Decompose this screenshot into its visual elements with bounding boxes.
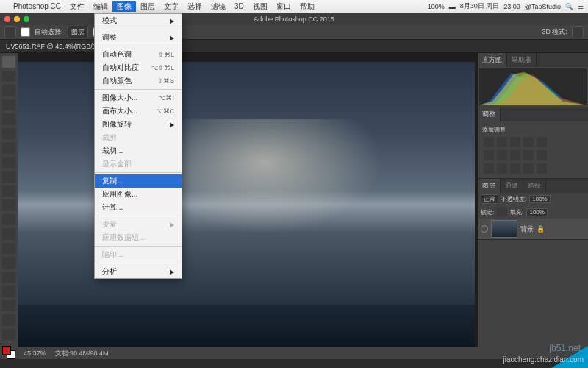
time-status: 23:09 — [503, 3, 520, 10]
menu-item-模式[interactable]: 模式▶ — [95, 14, 182, 27]
color-swatch[interactable] — [2, 346, 15, 359]
lock-pixels-icon[interactable] — [497, 207, 507, 217]
menu-item-画布大小...[interactable]: 画布大小...⌥⌘C — [95, 105, 182, 118]
menu-help[interactable]: 帮助 — [295, 1, 319, 12]
wand-tool[interactable] — [2, 99, 15, 111]
menu-item-分析[interactable]: 分析▶ — [95, 265, 182, 278]
menu-item-自动色调[interactable]: 自动色调⇧⌘L — [95, 48, 182, 61]
menu-item-陷印...: 陷印... — [95, 248, 182, 261]
adj-threshold-icon[interactable] — [510, 163, 520, 174]
document-canvas[interactable] — [18, 62, 475, 347]
auto-select-checkbox[interactable] — [21, 27, 30, 37]
lasso-tool[interactable] — [2, 85, 15, 96]
close-icon[interactable] — [4, 16, 10, 22]
menu-item-自动对比度[interactable]: 自动对比度⌥⇧⌘L — [95, 61, 182, 74]
adj-levels-icon[interactable] — [497, 137, 507, 147]
adj-exposure-icon[interactable] — [523, 137, 534, 147]
eraser-tool[interactable] — [2, 199, 15, 211]
layer-thumbnail[interactable] — [491, 220, 517, 238]
tab-histogram[interactable]: 直方图 — [478, 53, 507, 67]
shape-tool[interactable] — [2, 300, 15, 312]
home-icon[interactable] — [4, 26, 16, 38]
user-status: @TaoStudio — [525, 3, 561, 10]
adj-vibrance-icon[interactable] — [537, 137, 547, 147]
tab-layers[interactable]: 图层 — [478, 179, 501, 193]
menu-item-图像旋转[interactable]: 图像旋转▶ — [95, 118, 182, 131]
crop-tool[interactable] — [2, 113, 15, 125]
menu-item-计算...[interactable]: 计算... — [95, 201, 182, 214]
fill-label: 填充: — [510, 208, 523, 216]
adjustments-title: 添加调整 — [481, 124, 585, 135]
eyedropper-tool[interactable] — [2, 128, 15, 140]
gradient-tool[interactable] — [2, 214, 15, 226]
menu-view[interactable]: 视图 — [248, 1, 272, 12]
tab-navigator[interactable]: 导航器 — [507, 53, 537, 67]
adj-bw-icon[interactable] — [497, 150, 507, 160]
layer-row[interactable]: 背景 🔒 — [478, 219, 588, 239]
adj-curves-icon[interactable] — [510, 137, 520, 147]
marquee-tool[interactable] — [2, 71, 15, 82]
type-tool[interactable] — [2, 272, 15, 283]
tab-paths[interactable]: 路径 — [523, 179, 546, 193]
tab-channels[interactable]: 通道 — [501, 179, 523, 193]
move-tool[interactable] — [2, 56, 15, 68]
adj-gradient-icon[interactable] — [523, 163, 534, 174]
tab-adjustments[interactable]: 调整 — [478, 107, 501, 121]
tools-panel — [0, 53, 18, 359]
adj-mixer-icon[interactable] — [523, 150, 534, 160]
app-name[interactable]: Photoshop CC — [9, 2, 65, 10]
blur-tool[interactable] — [2, 228, 15, 240]
auto-select-dropdown[interactable]: 图层 — [68, 26, 88, 38]
hand-tool[interactable] — [2, 314, 15, 326]
menu-item-调整[interactable]: 调整▶ — [95, 31, 182, 44]
adj-lookup-icon[interactable] — [537, 150, 547, 160]
menu-item-应用图像...[interactable]: 应用图像... — [95, 188, 182, 201]
fill-input[interactable]: 100% — [526, 208, 547, 216]
maximize-icon[interactable] — [24, 16, 29, 22]
mode3d-icon[interactable] — [572, 26, 584, 38]
adj-selective-icon[interactable] — [537, 163, 547, 174]
stamp-tool[interactable] — [2, 171, 15, 183]
visibility-icon[interactable] — [481, 225, 488, 233]
adj-photo-filter-icon[interactable] — [510, 150, 520, 160]
zoom-value[interactable]: 45.37% — [24, 350, 46, 357]
menu-image[interactable]: 图像 — [112, 1, 136, 12]
adj-invert-icon[interactable] — [484, 163, 494, 174]
status-bar: 45.37% 文档:90.4M/90.4M — [18, 347, 478, 359]
healing-tool[interactable] — [2, 142, 15, 154]
image-menu-dropdown: 模式▶调整▶自动色调⇧⌘L自动对比度⌥⇧⌘L自动颜色⇧⌘B图像大小...⌥⌘I画… — [94, 13, 182, 279]
menu-item-显示全部: 显示全部 — [95, 158, 182, 171]
menu-select[interactable]: 选择 — [183, 1, 207, 12]
menu-layer[interactable]: 图层 — [136, 1, 159, 12]
adj-brightness-icon[interactable] — [484, 137, 494, 147]
dodge-tool[interactable] — [2, 243, 15, 255]
mode3d-label: 3D 模式: — [542, 27, 567, 37]
adj-hue-icon[interactable] — [484, 150, 494, 160]
menu-item-裁切...[interactable]: 裁切... — [95, 144, 182, 158]
history-brush-tool[interactable] — [2, 185, 15, 197]
blend-mode-dropdown[interactable]: 正常 — [481, 194, 498, 204]
menu-item-图像大小...[interactable]: 图像大小...⌥⌘I — [95, 91, 182, 105]
menu-item-自动颜色[interactable]: 自动颜色⇧⌘B — [95, 74, 182, 88]
pen-tool[interactable] — [2, 257, 15, 269]
battery-status: 100% — [428, 3, 445, 10]
adj-poster-icon[interactable] — [497, 163, 507, 174]
minimize-icon[interactable] — [14, 16, 20, 22]
layer-name[interactable]: 背景 — [520, 224, 534, 234]
document-tab[interactable]: UV5651.RAF @ 45.4%(RGB/16*) — [0, 40, 588, 53]
spotlight-icon[interactable]: 🔍 — [565, 3, 573, 10]
opacity-input[interactable]: 100% — [529, 195, 550, 203]
menu-window[interactable]: 窗口 — [272, 1, 295, 12]
options-bar: 自动选择: 图层 显示变 3D 模式: — [0, 25, 588, 40]
zoom-tool[interactable] — [2, 329, 15, 341]
menu-edit[interactable]: 编辑 — [89, 1, 112, 12]
main-area: 45.37% 文档:90.4M/90.4M 直方图 导航器 调整 添加调整 — [0, 53, 588, 359]
path-tool[interactable] — [2, 286, 15, 297]
menu-type[interactable]: 文字 — [159, 1, 183, 12]
menu-item-复制...[interactable]: 复制... — [95, 174, 182, 188]
menu-icon[interactable]: ☰ — [578, 3, 584, 10]
menu-filter[interactable]: 滤镜 — [207, 1, 230, 12]
brush-tool[interactable] — [2, 157, 15, 169]
menu-file[interactable]: 文件 — [65, 1, 89, 12]
menu-3d[interactable]: 3D — [230, 2, 248, 10]
